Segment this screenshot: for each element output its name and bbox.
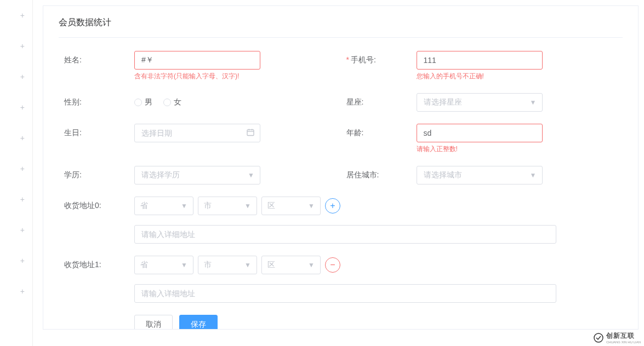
addr1-city-select[interactable]: 市▼ — [198, 256, 257, 274]
zodiac-label: 星座: — [341, 93, 417, 107]
birthday-label: 生日: — [59, 124, 134, 138]
sidebar: + + + + + + + + + + — [0, 0, 33, 346]
addr1-district-select[interactable]: 区▼ — [261, 256, 321, 274]
select-placeholder: 请选择学历 — [141, 170, 180, 180]
addr0-province-select[interactable]: 省▼ — [134, 197, 193, 215]
plus-icon: + — [20, 72, 25, 81]
sidebar-item[interactable]: + — [0, 92, 32, 123]
sidebar-item[interactable]: + — [0, 245, 32, 276]
sidebar-item[interactable]: + — [0, 276, 32, 307]
radio-icon — [163, 99, 171, 106]
age-label: 年龄: — [341, 124, 417, 138]
plus-icon: + — [20, 195, 25, 204]
city-select[interactable]: 请选择城市 ▼ — [417, 166, 543, 184]
plus-icon: + — [20, 11, 25, 20]
select-placeholder: 请选择城市 — [424, 170, 462, 180]
chevron-down-icon: ▼ — [181, 202, 187, 210]
minus-icon: − — [330, 260, 335, 270]
plus-icon: + — [20, 134, 25, 142]
name-input[interactable] — [134, 51, 260, 70]
watermark: 创新互联 CHUANG XIN HU LIAN — [593, 331, 641, 344]
phone-label: *手机号: — [341, 51, 417, 65]
remove-address-button[interactable]: − — [325, 257, 340, 273]
plus-icon: + — [20, 287, 25, 296]
plus-icon: + — [20, 226, 25, 234]
addr0-district-select[interactable]: 区▼ — [261, 197, 321, 215]
watermark-main: 创新互联 — [606, 332, 635, 339]
gender-male-radio[interactable]: 男 — [134, 97, 152, 107]
required-mark: * — [346, 55, 349, 64]
main-card: 会员数据统计 姓名: 含有非法字符(只能输入字母、汉字)! *手机号: 您输入的… — [43, 5, 639, 330]
zodiac-select[interactable]: 请选择星座 ▼ — [417, 93, 543, 112]
watermark-sub: CHUANG XIN HU LIAN — [606, 341, 641, 344]
addr0-label: 收货地址0: — [59, 197, 134, 211]
svg-point-4 — [594, 333, 603, 342]
chevron-down-icon: ▼ — [181, 261, 187, 269]
sidebar-item[interactable]: + — [0, 153, 32, 184]
svg-rect-0 — [247, 130, 254, 136]
education-select[interactable]: 请选择学历 ▼ — [134, 166, 260, 184]
chevron-down-icon: ▼ — [244, 202, 251, 210]
phone-label-text: 手机号: — [351, 55, 376, 64]
birthday-input[interactable] — [134, 124, 260, 142]
calendar-icon — [246, 128, 255, 139]
page-title: 会员数据统计 — [59, 17, 623, 38]
education-label: 学历: — [59, 166, 134, 180]
addr1-label: 收货地址1: — [59, 256, 134, 270]
addr0-city-select[interactable]: 市▼ — [198, 197, 257, 215]
plus-icon: + — [20, 103, 25, 112]
add-address-button[interactable]: + — [325, 198, 340, 214]
plus-icon: + — [330, 201, 335, 211]
name-error: 含有非法字符(只能输入字母、汉字)! — [134, 72, 260, 81]
sidebar-item[interactable]: + — [0, 123, 32, 153]
sidebar-item[interactable]: + — [0, 215, 32, 245]
addr1-detail-input[interactable] — [134, 284, 556, 303]
select-placeholder: 请选择星座 — [424, 97, 462, 107]
chevron-down-icon: ▼ — [308, 261, 315, 269]
sidebar-item[interactable]: + — [0, 61, 32, 92]
chevron-down-icon: ▼ — [248, 171, 254, 179]
chevron-down-icon: ▼ — [308, 202, 315, 210]
plus-icon: + — [20, 256, 25, 265]
gender-label: 性别: — [59, 93, 134, 107]
plus-icon: + — [20, 42, 25, 50]
radio-label: 男 — [145, 97, 152, 107]
plus-icon: + — [20, 164, 25, 173]
radio-icon — [134, 99, 142, 106]
form-actions: 取消 保存 — [134, 315, 623, 330]
cancel-button[interactable]: 取消 — [134, 315, 173, 330]
addr1-province-select[interactable]: 省▼ — [134, 256, 193, 274]
sidebar-item[interactable]: + — [0, 0, 32, 31]
save-button[interactable]: 保存 — [179, 315, 218, 330]
chevron-down-icon: ▼ — [244, 261, 251, 269]
sidebar-item[interactable]: + — [0, 184, 32, 215]
watermark-logo-icon — [593, 332, 604, 343]
age-input[interactable] — [417, 124, 543, 142]
radio-label: 女 — [174, 97, 181, 107]
age-error: 请输入正整数! — [417, 145, 543, 154]
name-label: 姓名: — [59, 51, 134, 65]
gender-radio-group: 男 女 — [134, 93, 260, 107]
gender-female-radio[interactable]: 女 — [163, 97, 181, 107]
chevron-down-icon: ▼ — [530, 99, 537, 106]
addr0-detail-input[interactable] — [134, 225, 556, 244]
phone-error: 您输入的手机号不正确! — [417, 72, 543, 81]
sidebar-item[interactable]: + — [0, 31, 32, 61]
city-label: 居住城市: — [341, 166, 417, 180]
form-row: 姓名: 含有非法字符(只能输入字母、汉字)! *手机号: 您输入的手机号不正确! — [59, 51, 623, 81]
chevron-down-icon: ▼ — [530, 171, 537, 179]
phone-input[interactable] — [417, 51, 543, 70]
